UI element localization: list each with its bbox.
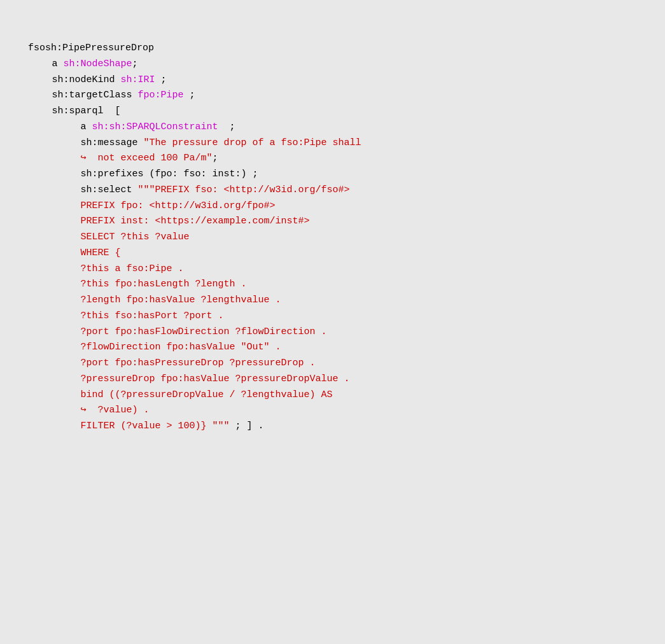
code-line: ?pressureDrop fpo:hasValue ?pressureDrop… — [28, 372, 637, 388]
code-line: FILTER (?value > 100)} """ ; ] . — [28, 419, 637, 435]
code-line: ?length fpo:hasValue ?lengthvalue . — [28, 293, 637, 309]
code-line: fsosh:PipePressureDrop — [28, 41, 637, 57]
code-line: sh:nodeKind sh:IRI ; — [28, 73, 637, 88]
code-line: ?port fpo:hasPressureDrop ?pressureDrop … — [28, 356, 637, 372]
code-line: sh:prefixes (fpo: fso: inst:) ; — [28, 167, 637, 183]
code-line: sh:targetClass fpo:Pipe ; — [28, 88, 637, 104]
code-block: fsosh:PipePressureDropa sh:NodeShape;sh:… — [13, 13, 652, 447]
code-line: ?this fpo:hasLength ?length . — [28, 277, 637, 293]
code-line: sh:sparql [ — [28, 104, 637, 120]
code-line: bind ((?pressureDropValue / ?lengthvalue… — [28, 388, 637, 403]
code-line: PREFIX fpo: <http://w3id.org/fpo#> — [28, 199, 637, 214]
code-line: sh:select """PREFIX fso: <http://w3id.or… — [28, 183, 637, 199]
code-line: ↪ ?value) . — [28, 403, 637, 419]
code-line: ↪ not exceed 100 Pa/m"; — [28, 151, 637, 167]
code-line: PREFIX inst: <https://example.com/inst#> — [28, 214, 637, 230]
code-line: SELECT ?this ?value — [28, 230, 637, 246]
code-line: ?port fpo:hasFlowDirection ?flowDirectio… — [28, 325, 637, 340]
code-line: a sh:NodeShape; — [28, 57, 637, 73]
code-line: ?flowDirection fpo:hasValue "Out" . — [28, 340, 637, 356]
code-line: WHERE { — [28, 246, 637, 262]
code-line: ?this fso:hasPort ?port . — [28, 309, 637, 325]
code-line: ?this a fso:Pipe . — [28, 262, 637, 277]
code-line: a sh:sh:SPARQLConstraint ; — [28, 120, 637, 136]
code-line: sh:message "The pressure drop of a fso:P… — [28, 136, 637, 151]
